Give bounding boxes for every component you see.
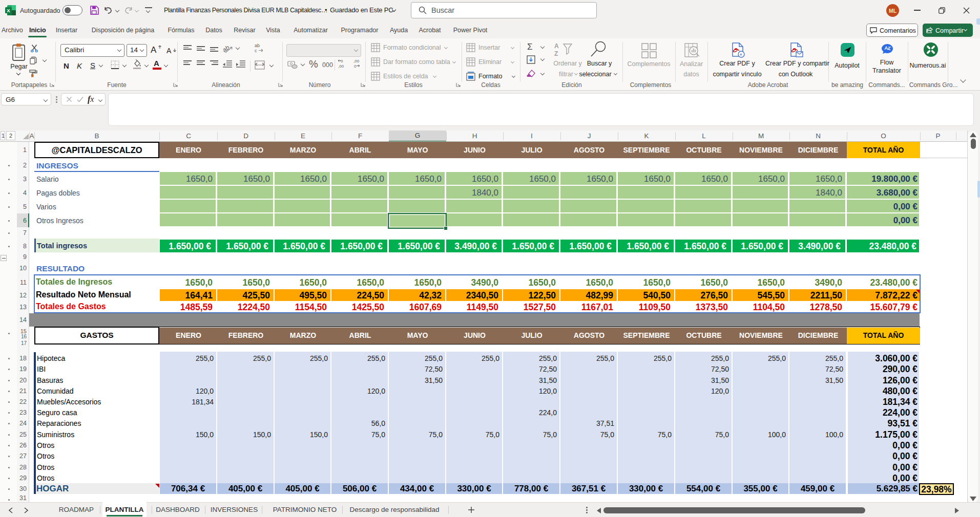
svg-text:Z: Z [554, 50, 558, 57]
svg-text:,00: ,00 [338, 64, 344, 69]
svg-text:0: 0 [354, 64, 357, 69]
svg-text:ab: ab [255, 43, 260, 48]
svg-text:A: A [554, 42, 559, 50]
svg-text:c: c [255, 48, 257, 53]
svg-text:0: 0 [341, 59, 343, 63]
svg-text:,00: ,00 [353, 59, 360, 63]
svg-text:X: X [7, 8, 10, 13]
